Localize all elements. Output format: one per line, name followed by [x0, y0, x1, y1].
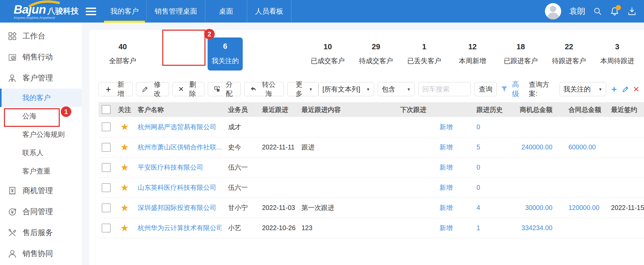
stat-my-followed[interactable]: 6 我关注的: [208, 37, 243, 71]
delete-scheme-button[interactable]: ✕: [633, 85, 640, 94]
scheme-select[interactable]: 我关注的▼: [560, 82, 606, 96]
customer-name-link[interactable]: 深圳盛邦国际投资有限公司: [138, 204, 217, 211]
star-icon[interactable]: ★: [120, 223, 129, 233]
star-icon[interactable]: ★: [120, 121, 129, 132]
column-header[interactable]: 关注: [115, 102, 134, 117]
user-name[interactable]: 袁朗: [569, 6, 585, 17]
column-header[interactable]: 最近跟进内容: [297, 102, 390, 117]
customer-name-link[interactable]: 杭州华为云计算技术有限公司: [138, 224, 222, 231]
follow-history-link[interactable]: 0: [477, 164, 480, 171]
table-row: ★ 杭州网易严选贸易有限公司 成才 新增 0 潜在客户: [99, 117, 644, 137]
last-follow-cell: 2022-11-03: [256, 198, 297, 218]
column-header[interactable]: 跟进历史: [474, 102, 515, 117]
contract-amount-link[interactable]: 60000.00: [569, 143, 596, 151]
stat-to-follow-this-week[interactable]: 3 本周待跟进: [593, 42, 641, 66]
row-checkbox[interactable]: [102, 122, 111, 131]
search-input[interactable]: [418, 82, 471, 96]
column-header[interactable]: 下次跟进: [390, 102, 474, 117]
bell-icon[interactable]: [610, 7, 619, 16]
follow-history-link[interactable]: 4: [477, 204, 480, 211]
sidebar-item-customer-pool-rules[interactable]: 客户公海规则: [0, 125, 82, 144]
column-header[interactable]: 合同总金额: [567, 102, 610, 117]
next-follow-link[interactable]: 新增: [440, 164, 453, 171]
stat-pending-customers[interactable]: 29 待成交客户: [352, 42, 400, 66]
logo-tagline: Anyone,Anytime,Anywhere!: [14, 16, 79, 19]
contract-amount-link[interactable]: 120000.00: [569, 204, 599, 211]
select-all-checkbox[interactable]: [102, 105, 111, 114]
column-header[interactable]: 商机总金额: [516, 102, 567, 117]
sidebar-item-after-sales-service[interactable]: 售后服务: [0, 222, 82, 243]
avatar[interactable]: [545, 3, 561, 19]
customer-name-link[interactable]: 杭州网易严选贸易有限公司: [138, 123, 217, 131]
next-follow-link[interactable]: 新增: [440, 184, 453, 191]
opportunity-amount-link[interactable]: 30000.00: [525, 204, 552, 211]
opportunity-amount-link[interactable]: 334234.00: [522, 224, 553, 231]
stat-all-customers[interactable]: 40 全部客户: [99, 42, 147, 66]
row-checkbox[interactable]: [102, 203, 111, 212]
table-row: ★ 杭州市萧山区供销合作社联... 史今 2022-11-11 跟进 新增 5 …: [99, 137, 644, 157]
customer-name-link[interactable]: 平安医疗科技有限公司: [138, 164, 203, 171]
search-icon[interactable]: [593, 7, 602, 16]
star-icon[interactable]: ★: [120, 162, 129, 173]
stat-followed-customers[interactable]: 18 已跟进客户: [497, 42, 545, 66]
column-select[interactable]: [所有文本列]▼: [318, 82, 374, 96]
add-scheme-button[interactable]: ＋: [610, 83, 618, 95]
download-icon[interactable]: [627, 7, 637, 16]
sidebar-item-customer-management[interactable]: 客户管理: [0, 68, 82, 89]
column-header[interactable]: 客户名称: [134, 102, 222, 117]
stat-new-this-week[interactable]: 12 本周新增: [448, 42, 497, 66]
tab-staff-board[interactable]: 人员看板: [247, 0, 291, 23]
stat-value: 6: [223, 42, 227, 51]
row-checkbox[interactable]: [102, 163, 111, 172]
next-follow-link[interactable]: 新增: [440, 204, 453, 211]
tab-my-customers[interactable]: 我的客户: [102, 0, 147, 23]
more-button[interactable]: 更多▼: [287, 82, 318, 96]
stat-lost-customers[interactable]: 1 已丢失客户: [400, 42, 448, 66]
sidebar-item-contract-management[interactable]: 合同管理: [0, 201, 82, 222]
follow-history-link[interactable]: 0: [477, 184, 480, 191]
operator-select[interactable]: 包含▼: [378, 82, 415, 96]
follow-history-link[interactable]: 5: [477, 143, 480, 151]
to-public-pool-button[interactable]: 转公海: [244, 82, 284, 96]
edit-scheme-icon[interactable]: [622, 85, 629, 93]
sidebar-item-my-customers[interactable]: 我的客户: [0, 89, 82, 107]
next-follow-link[interactable]: 新增: [440, 224, 453, 231]
tab-sales-management-desktop[interactable]: 销售管理桌面: [147, 0, 205, 23]
star-icon[interactable]: ★: [120, 202, 129, 213]
sidebar-item-sales-action[interactable]: 销售行动: [0, 47, 82, 68]
query-button[interactable]: 查询: [474, 82, 497, 96]
row-checkbox[interactable]: [102, 143, 111, 152]
next-follow-link[interactable]: 新增: [440, 143, 453, 151]
column-header[interactable]: 业务员: [221, 102, 256, 117]
follow-history-link[interactable]: 0: [477, 123, 480, 131]
opportunity-amount-link[interactable]: 240000.00: [522, 143, 553, 151]
assign-button[interactable]: 分配: [208, 82, 241, 96]
column-header[interactable]: 最近跟进: [256, 102, 297, 117]
sidebar-item-contacts[interactable]: 联系人: [0, 144, 82, 162]
add-button[interactable]: ＋新增: [99, 82, 133, 96]
main-content: 40 全部客户 6 我关注的 10 已成交客户 29 待成交客户 1 已丢失客户…: [89, 23, 644, 265]
delete-button[interactable]: ✕删除: [172, 82, 204, 96]
customer-name-link[interactable]: 杭州市萧山区供销合作社联...: [138, 143, 222, 151]
sidebar-item-workbench[interactable]: 工作台: [0, 26, 82, 47]
star-icon[interactable]: ★: [120, 142, 129, 153]
stat-closed-customers[interactable]: 10 已成交客户: [304, 42, 352, 66]
sidebar-item-customer-dedupe[interactable]: 客户查重: [0, 162, 82, 180]
tab-desktop[interactable]: 桌面: [205, 0, 247, 23]
filter-funnel-icon[interactable]: [500, 85, 508, 93]
star-icon[interactable]: ★: [120, 182, 129, 193]
sidebar-item-sales-collaboration[interactable]: 销售协同: [0, 243, 82, 264]
edit-button[interactable]: 修改: [136, 82, 169, 96]
sidebar-item-opportunity-management[interactable]: 商机管理: [0, 180, 82, 201]
menu-icon[interactable]: [82, 0, 100, 23]
customer-name-link[interactable]: 山东英科医疗科技有限公司: [138, 184, 217, 191]
follow-history-link[interactable]: 1: [477, 224, 480, 231]
row-checkbox[interactable]: [102, 224, 111, 232]
row-checkbox[interactable]: [102, 183, 111, 192]
next-follow-link[interactable]: 新增: [440, 123, 453, 131]
last-follow-content-cell: [297, 177, 390, 198]
stat-to-follow-customers[interactable]: 22 待跟进客户: [545, 42, 593, 66]
column-header[interactable]: 最近签约: [610, 102, 644, 117]
advanced-filter-link[interactable]: 高级: [512, 80, 525, 99]
stat-value: 22: [565, 42, 573, 51]
